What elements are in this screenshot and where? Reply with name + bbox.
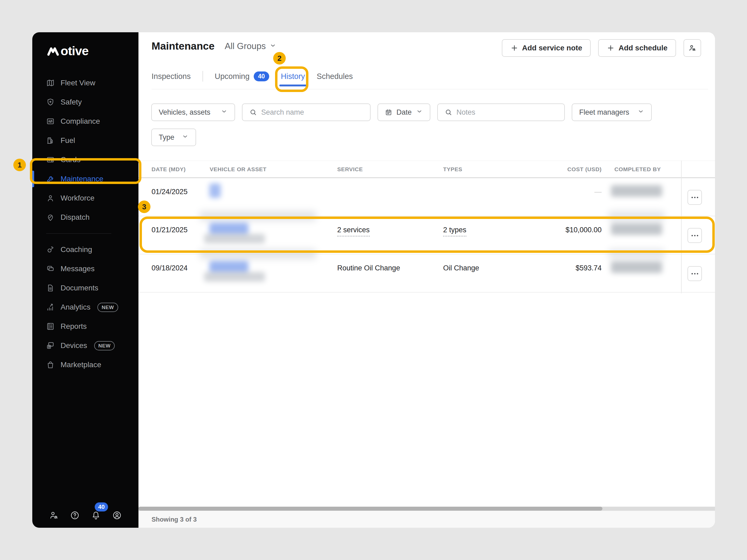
sidebar-divider bbox=[46, 233, 111, 234]
chevron-down-icon bbox=[416, 108, 423, 117]
filter-label: Vehicles, assets bbox=[159, 108, 210, 116]
shield-icon bbox=[46, 98, 55, 106]
report-icon bbox=[46, 322, 55, 331]
redacted-vehicle-subtext bbox=[204, 272, 265, 282]
sidebar-item-maintenance[interactable]: Maintenance bbox=[32, 169, 138, 189]
sidebar-nav-primary: Fleet View Safety Compliance Fuel Cards … bbox=[32, 73, 138, 227]
sidebar-item-workforce[interactable]: Workforce bbox=[32, 189, 138, 208]
sidebar-item-analytics[interactable]: Analytics NEW bbox=[32, 298, 138, 317]
redacted-smudge bbox=[609, 249, 665, 259]
notes-search-field[interactable] bbox=[437, 104, 565, 121]
active-tab-underline bbox=[279, 84, 307, 86]
table-row[interactable]: 01/24/2025 — bbox=[138, 178, 715, 216]
chevron-down-icon bbox=[182, 133, 189, 142]
table-row[interactable]: 01/21/2025 2 services 2 types $10,000.00 bbox=[138, 216, 715, 255]
sidebar-bottom-bar: 40 bbox=[32, 510, 138, 520]
redacted-vehicle-subtext bbox=[204, 234, 265, 243]
calendar-icon bbox=[385, 109, 392, 116]
person-icon bbox=[46, 194, 55, 203]
table-footer: Showing 3 of 3 bbox=[138, 511, 715, 528]
showing-count-text: Showing 3 of 3 bbox=[152, 516, 197, 523]
types-link[interactable]: 2 types bbox=[443, 226, 466, 237]
row-service: 2 services bbox=[337, 226, 370, 234]
redacted-completed-by bbox=[611, 261, 662, 273]
help-icon[interactable] bbox=[70, 510, 80, 520]
fleet-managers-filter[interactable]: Fleet managers bbox=[572, 104, 652, 121]
column-header-types: TYPES bbox=[443, 166, 462, 172]
sidebar-item-fuel[interactable]: Fuel bbox=[32, 131, 138, 150]
filter-label: Date bbox=[396, 108, 412, 116]
manage-mechanics-button[interactable] bbox=[684, 39, 701, 57]
motive-logo-m-icon bbox=[46, 45, 60, 57]
sidebar-item-marketplace[interactable]: Marketplace bbox=[32, 355, 138, 374]
page-title: Maintenance bbox=[152, 40, 214, 52]
row-date: 01/21/2025 bbox=[152, 226, 187, 234]
sidebar-item-label: Cards bbox=[60, 156, 81, 164]
search-name-input[interactable] bbox=[261, 108, 363, 116]
row-actions-button[interactable] bbox=[688, 190, 702, 205]
device-icon bbox=[46, 341, 55, 350]
redacted-completed-by bbox=[611, 223, 662, 235]
chevron-down-icon bbox=[269, 41, 276, 51]
notes-input[interactable] bbox=[457, 108, 557, 116]
sidebar-item-documents[interactable]: Documents bbox=[32, 278, 138, 298]
add-schedule-label: Add schedule bbox=[618, 44, 668, 52]
tab-history[interactable]: History bbox=[281, 72, 305, 81]
sidebar-item-fleet-view[interactable]: Fleet View bbox=[32, 73, 138, 92]
type-filter[interactable]: Type bbox=[151, 129, 196, 146]
group-filter-dropdown[interactable]: All Groups bbox=[225, 41, 276, 51]
notifications-bell-icon[interactable]: 40 bbox=[91, 510, 101, 520]
redacted-vehicle-link bbox=[209, 223, 248, 235]
fuel-pump-icon bbox=[46, 136, 55, 145]
chat-bubbles-icon bbox=[46, 265, 55, 273]
search-name-field[interactable] bbox=[242, 104, 370, 121]
analytics-chart-icon bbox=[46, 303, 55, 312]
location-pin-icon bbox=[46, 213, 55, 221]
tab-schedules[interactable]: Schedules bbox=[317, 72, 353, 81]
add-service-note-button[interactable]: Add service note bbox=[502, 39, 591, 57]
filter-label: Type bbox=[159, 133, 175, 141]
admin-person-gear-icon[interactable] bbox=[49, 510, 59, 520]
app-window: otive Fleet View Safety Compliance Fuel … bbox=[32, 32, 715, 528]
whistle-icon bbox=[46, 245, 55, 254]
tab-label: Schedules bbox=[317, 72, 353, 81]
tab-label: History bbox=[281, 72, 305, 81]
row-actions-button[interactable] bbox=[688, 266, 702, 281]
sidebar-item-devices[interactable]: Devices NEW bbox=[32, 336, 138, 355]
page: { "app": { "logo_text": "otive" }, "colo… bbox=[0, 0, 747, 560]
row-types: 2 types bbox=[443, 226, 466, 234]
horizontal-scrollbar-track[interactable] bbox=[138, 507, 715, 511]
sidebar-item-messages[interactable]: Messages bbox=[32, 259, 138, 278]
vehicles-assets-filter[interactable]: Vehicles, assets bbox=[151, 104, 235, 121]
tab-inspections[interactable]: Inspections bbox=[152, 72, 191, 81]
account-icon[interactable] bbox=[112, 510, 122, 520]
sidebar-item-label: Fleet View bbox=[60, 79, 95, 87]
table-row[interactable]: 09/18/2024 Routine Oil Change Oil Change… bbox=[138, 255, 715, 293]
new-badge: NEW bbox=[97, 303, 118, 312]
person-gear-icon bbox=[688, 44, 696, 52]
sidebar-item-label: Maintenance bbox=[60, 175, 103, 183]
column-header-date: DATE (MDY) bbox=[152, 166, 186, 172]
redacted-smudge bbox=[200, 249, 316, 259]
map-icon bbox=[46, 79, 55, 87]
sidebar-item-reports[interactable]: Reports bbox=[32, 317, 138, 336]
sidebar-item-compliance[interactable]: Compliance bbox=[32, 112, 138, 131]
sidebar-item-label: Fuel bbox=[60, 136, 75, 145]
services-link[interactable]: 2 services bbox=[337, 226, 370, 237]
header-actions: Add service note Add schedule bbox=[502, 39, 701, 57]
filter-row-1: Vehicles, assets Date Fleet managers bbox=[151, 104, 652, 121]
sidebar-item-cards[interactable]: Cards bbox=[32, 150, 138, 169]
tab-upcoming[interactable]: Upcoming 40 bbox=[215, 72, 269, 81]
annotation-step-badge: 1 bbox=[14, 159, 26, 171]
add-schedule-button[interactable]: Add schedule bbox=[598, 39, 676, 57]
filter-label: Fleet managers bbox=[579, 108, 629, 116]
row-types: Oil Change bbox=[443, 264, 479, 272]
row-actions-button[interactable] bbox=[688, 228, 702, 243]
horizontal-scrollbar-thumb[interactable] bbox=[138, 507, 602, 511]
sidebar-item-safety[interactable]: Safety bbox=[32, 92, 138, 112]
date-filter[interactable]: Date bbox=[378, 104, 430, 121]
motive-logo: otive bbox=[46, 42, 138, 57]
sidebar-item-coaching[interactable]: Coaching bbox=[32, 240, 138, 259]
plus-icon bbox=[607, 44, 615, 52]
sidebar-item-dispatch[interactable]: Dispatch bbox=[32, 208, 138, 227]
